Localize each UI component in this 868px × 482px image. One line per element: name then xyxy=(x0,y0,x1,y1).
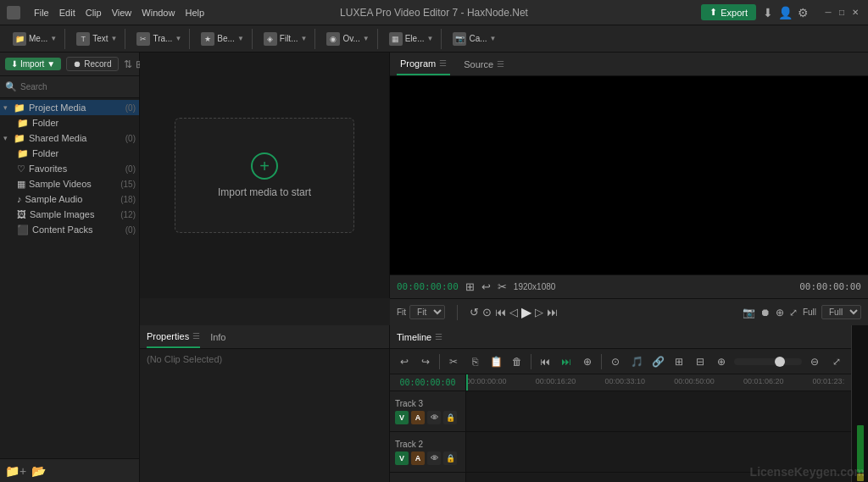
preview-icon1[interactable]: ⊞ xyxy=(465,280,475,293)
maximize-button[interactable]: □ xyxy=(836,7,848,19)
marker-button[interactable]: ⊙ xyxy=(606,352,625,371)
tab-timeline[interactable]: Timeline ☰ xyxy=(397,332,442,342)
add-folder-icon[interactable]: 📁+ xyxy=(5,464,26,478)
settings-icon[interactable]: ⚙ xyxy=(798,6,809,19)
menu-help[interactable]: Help xyxy=(185,8,204,18)
cut-button[interactable]: ✂ xyxy=(444,352,463,371)
tool-be-button[interactable]: ★ Be... ▼ xyxy=(197,30,248,47)
track-2-lock-button[interactable]: 🔒 xyxy=(443,452,457,465)
fit-label: Fit xyxy=(397,307,406,317)
group-button[interactable]: ⊟ xyxy=(691,352,709,371)
program-tab-icon: ☰ xyxy=(439,58,447,68)
track-3-v-button[interactable]: V xyxy=(395,411,409,424)
preview-icon2[interactable]: ↩ xyxy=(481,280,491,293)
quality-select[interactable]: Full xyxy=(821,305,861,319)
tool-group-me: 📁 Me... ▼ xyxy=(5,29,65,49)
step-back-icon[interactable]: ◁ xyxy=(509,306,518,319)
minimize-button[interactable]: ─ xyxy=(822,7,834,19)
zoom-out-button[interactable]: ⊖ xyxy=(805,352,824,371)
fit-select[interactable]: Fit xyxy=(409,305,445,319)
menu-edit[interactable]: Edit xyxy=(59,8,75,18)
tree-item-sample-videos[interactable]: ▦ Sample Videos (15) xyxy=(0,176,139,191)
skip-back-icon[interactable]: ⏮ xyxy=(495,306,506,319)
screenshot-icon[interactable]: 📷 xyxy=(743,307,755,319)
ele-icon: ▦ xyxy=(389,32,403,46)
timeline-zoom-slider[interactable] xyxy=(775,357,785,367)
menu-clip[interactable]: Clip xyxy=(86,8,102,18)
tool-ov-button[interactable]: ◉ Ov... ▼ xyxy=(322,30,373,47)
tree-item-favorites[interactable]: ♡ Favorites (0) xyxy=(0,161,139,176)
menu-file[interactable]: File xyxy=(34,8,49,18)
add-track-button[interactable]: ⊕ xyxy=(712,352,731,371)
timeline-current-time: 00:00:00:00 xyxy=(390,374,466,391)
folder-icon[interactable]: 📂 xyxy=(31,464,46,478)
skip-forward-icon[interactable]: ⏭ xyxy=(547,306,558,319)
tab-info[interactable]: Info xyxy=(210,325,225,348)
close-button[interactable]: ✕ xyxy=(849,7,861,19)
link-button[interactable]: 🔗 xyxy=(648,352,667,371)
undo-button[interactable]: ↩ xyxy=(395,352,414,371)
import-plus-button[interactable]: + xyxy=(251,152,278,180)
export-button[interactable]: ⬆ Export xyxy=(701,4,756,20)
folder-icon: 📁 xyxy=(17,118,29,129)
tool-group-filt: ◈ Filt... ▼ xyxy=(256,29,316,49)
fullscreen-icon[interactable]: ⤢ xyxy=(789,307,798,319)
track-3-a-button[interactable]: A xyxy=(411,411,425,424)
track-3-controls: V A 👁 🔒 xyxy=(395,411,460,424)
tool-ele-button[interactable]: ▦ Ele... ▼ xyxy=(385,30,438,47)
tab-source[interactable]: Source ☰ xyxy=(460,53,508,75)
tree-item-sample-audio[interactable]: ♪ Sample Audio (18) xyxy=(0,191,139,207)
skip-end-button[interactable]: ⏭ xyxy=(557,352,576,371)
filt-icon: ◈ xyxy=(264,32,277,46)
tool-ca-button[interactable]: 📷 Ca... ▼ xyxy=(448,30,500,47)
download-icon[interactable]: ⬇ xyxy=(763,6,773,19)
tab-properties[interactable]: Properties ☰ xyxy=(147,325,200,348)
tab-program[interactable]: Program ☰ xyxy=(397,53,450,75)
ruler-mark-0: 00:00:00:00 xyxy=(466,377,507,385)
fullscreen-button[interactable]: ⤢ xyxy=(827,352,846,371)
skip-start-button[interactable]: ⏮ xyxy=(536,352,554,371)
info-tab-label: Info xyxy=(210,332,225,342)
delete-button[interactable]: 🗑 xyxy=(508,352,526,371)
sort-icon[interactable]: ⇅ xyxy=(124,58,132,70)
tree-item-project-media[interactable]: ▾ 📁 Project Media (0) xyxy=(0,100,139,115)
properties-content: (No Clip Selected) xyxy=(140,349,389,482)
import-button[interactable]: ⬇ Import ▼ xyxy=(5,58,61,70)
redo-button[interactable]: ↪ xyxy=(416,352,435,371)
zoom-icon[interactable]: ⊕ xyxy=(776,307,784,319)
zoom-in-button[interactable]: ⊕ xyxy=(578,352,597,371)
track-3-eye-button[interactable]: 👁 xyxy=(427,411,441,424)
tree-item-folder1[interactable]: 📁 Folder xyxy=(0,115,139,130)
video-icon: ▦ xyxy=(17,179,25,190)
search-input[interactable] xyxy=(20,82,134,91)
tool-tra-button[interactable]: ✂ Tra... ▼ xyxy=(132,30,186,47)
track-3-lock-button[interactable]: 🔒 xyxy=(443,411,457,424)
preview-icon3[interactable]: ✂ xyxy=(498,280,507,293)
track-2-a-button[interactable]: A xyxy=(411,452,425,465)
menu-view[interactable]: View xyxy=(112,8,132,18)
menu-window[interactable]: Window xyxy=(142,8,175,18)
record-button[interactable]: ⏺ Record xyxy=(66,57,118,71)
tree-item-sample-images[interactable]: 🖼 Sample Images (12) xyxy=(0,207,139,222)
copy-button[interactable]: ⎘ xyxy=(465,352,484,371)
tool-text-button[interactable]: T Text ▼ xyxy=(72,30,121,47)
folder-icon: 📁 xyxy=(14,102,25,114)
paste-button[interactable]: 📋 xyxy=(487,352,505,371)
track-2-v-button[interactable]: V xyxy=(395,452,409,465)
expand-arrow: ▾ xyxy=(3,134,14,142)
record2-icon[interactable]: ⏺ xyxy=(760,307,771,319)
safety-icon[interactable]: ⊙ xyxy=(482,306,492,319)
account-icon[interactable]: 👤 xyxy=(778,6,793,19)
step-forward-icon[interactable]: ▷ xyxy=(535,306,543,319)
tree-item-shared-media[interactable]: ▾ 📁 Shared Media (0) xyxy=(0,130,139,146)
audio-button[interactable]: 🎵 xyxy=(627,352,646,371)
tree-item-folder2[interactable]: 📁 Folder xyxy=(0,146,139,161)
play-icon[interactable]: ▶ xyxy=(521,304,531,320)
snap-button[interactable]: ⊞ xyxy=(670,352,688,371)
track-2-eye-button[interactable]: 👁 xyxy=(427,452,441,465)
tree-item-content-packs[interactable]: ⬛ Content Packs (0) xyxy=(0,222,139,237)
tool-me-button[interactable]: 📁 Me... ▼ xyxy=(8,30,61,47)
playhead[interactable] xyxy=(466,374,468,391)
loop-icon[interactable]: ↺ xyxy=(470,306,479,319)
tool-filt-button[interactable]: ◈ Filt... ▼ xyxy=(259,30,312,47)
